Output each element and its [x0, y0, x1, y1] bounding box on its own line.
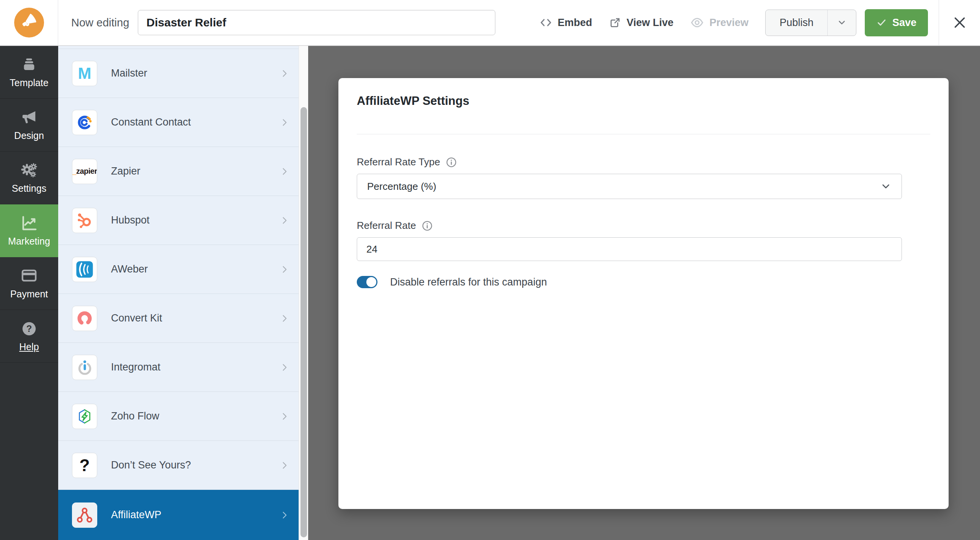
sidebar-item-label: Help — [19, 341, 39, 352]
eye-icon — [690, 16, 704, 29]
sidebar-item-payment[interactable]: Payment — [0, 257, 58, 310]
campaign-builder-app: Now editing Embed View Live Preview Publ… — [0, 0, 980, 540]
chevron-right-icon — [279, 313, 290, 324]
chevron-right-icon — [279, 68, 290, 79]
chevron-right-icon — [279, 166, 290, 177]
list-item-label: Integromat — [111, 361, 160, 373]
disable-referrals-label: Disable referrals for this campaign — [390, 276, 547, 288]
sidebar-filler — [0, 363, 58, 540]
list-item-label: Zapier — [111, 165, 140, 177]
preview-label: Preview — [709, 17, 748, 29]
chevron-right-icon — [279, 215, 290, 226]
preview-button[interactable]: Preview — [690, 16, 748, 29]
save-label: Save — [892, 17, 916, 29]
chevron-right-icon — [279, 460, 290, 471]
sidebar-item-marketing[interactable]: Marketing — [0, 204, 58, 257]
view-live-label: View Live — [627, 17, 674, 29]
close-button[interactable] — [939, 0, 980, 45]
publish-label: Publish — [779, 17, 813, 29]
topbar-actions: Embed View Live Preview Publish Save — [539, 0, 980, 45]
embed-button[interactable]: Embed — [539, 16, 592, 29]
sidebar-item-help[interactable]: ? Help — [0, 310, 58, 363]
list-item-zoho-flow[interactable]: Zoho Flow — [58, 392, 299, 440]
chart-icon — [20, 214, 38, 232]
marketing-integrations-list: M Mailster Constant Contact _zapier — [58, 46, 299, 540]
sidebar-item-label: Template — [10, 77, 48, 88]
svg-text:?: ? — [26, 323, 32, 334]
list-item-convert-kit[interactable]: Convert Kit — [58, 294, 299, 343]
panel-title: AffiliateWP Settings — [357, 93, 930, 109]
publish-split-button: Publish — [765, 10, 856, 36]
selected-option: Percentage (%) — [367, 181, 436, 193]
campaign-title-input[interactable] — [138, 10, 495, 35]
mailster-logo: M — [72, 61, 97, 86]
now-editing-label: Now editing — [71, 16, 129, 29]
app-logo — [0, 0, 58, 45]
list-item-constant-contact[interactable]: Constant Contact — [58, 98, 299, 147]
integromat-logo — [72, 355, 97, 380]
chevron-right-icon — [279, 411, 290, 422]
embed-label: Embed — [558, 17, 592, 29]
list-item-label: AWeber — [111, 263, 148, 275]
referral-rate-input[interactable] — [357, 237, 902, 261]
list-item-integromat[interactable]: Integromat — [58, 343, 299, 392]
publish-button[interactable]: Publish — [766, 10, 827, 36]
chevron-right-icon — [279, 264, 290, 275]
list-item-affiliatewp[interactable]: AffiliateWP — [58, 489, 299, 540]
credit-card-icon — [20, 267, 38, 285]
gears-icon — [20, 162, 38, 179]
list-item-label: Constant Contact — [111, 116, 191, 128]
chevron-right-icon — [279, 117, 290, 128]
list-scrollbar-thumb[interactable] — [301, 107, 307, 537]
chevron-right-icon — [279, 509, 290, 521]
info-icon[interactable] — [421, 220, 433, 232]
sidebar-item-label: Marketing — [8, 236, 50, 247]
list-item-hubspot[interactable]: Hubspot — [58, 196, 299, 245]
list-item-zapier[interactable]: _zapier Zapier — [58, 147, 299, 196]
list-item-label: Convert Kit — [111, 312, 162, 324]
chevron-down-icon — [880, 181, 892, 192]
close-icon — [952, 15, 967, 30]
info-icon[interactable] — [446, 157, 457, 168]
referral-rate-type-select[interactable]: Percentage (%) — [357, 174, 902, 199]
list-item-label: Zoho Flow — [111, 410, 159, 422]
affiliatewp-settings-panel: AffiliateWP Settings Referral Rate Type … — [338, 78, 949, 509]
code-brackets-icon — [539, 16, 552, 29]
constant-contact-logo — [72, 110, 97, 135]
panel-divider — [357, 134, 930, 134]
view-live-button[interactable]: View Live — [609, 16, 674, 29]
megaphone-icon — [20, 109, 38, 126]
list-item-label: AffiliateWP — [111, 509, 162, 521]
external-link-icon — [609, 16, 621, 29]
sidebar-item-template[interactable]: Template — [0, 46, 58, 99]
save-button[interactable]: Save — [865, 9, 928, 36]
referral-rate-label: Referral Rate — [357, 220, 416, 232]
publish-dropdown-button[interactable] — [827, 10, 856, 36]
sidebar-item-label: Design — [14, 130, 44, 141]
list-item-aweber[interactable]: AWeber — [58, 245, 299, 294]
sidebar-item-label: Settings — [12, 183, 46, 194]
zapier-logo: _zapier — [72, 159, 97, 184]
question-circle-icon: ? — [20, 320, 38, 338]
list-item-mailster[interactable]: M Mailster — [58, 49, 299, 98]
list-item-label: Mailster — [111, 67, 147, 79]
list-scrollbar-track[interactable] — [299, 46, 308, 540]
zoho-flow-logo — [72, 404, 97, 429]
chevron-right-icon — [279, 362, 290, 373]
top-bar: Now editing Embed View Live Preview Publ… — [0, 0, 980, 46]
builder-sidebar: Template Design Settings Marketing — [0, 46, 58, 540]
toggle-knob — [366, 277, 376, 287]
settings-canvas: AffiliateWP Settings Referral Rate Type … — [308, 46, 980, 540]
template-icon — [20, 56, 38, 73]
sidebar-item-design[interactable]: Design — [0, 99, 58, 152]
list-item-dont-see-yours[interactable]: ? Don’t See Yours? — [58, 440, 299, 489]
chevron-down-icon — [837, 18, 847, 28]
megaphone-logo-icon — [14, 8, 44, 38]
question-mark-logo: ? — [72, 453, 97, 478]
sidebar-item-label: Payment — [10, 289, 48, 300]
disable-referrals-toggle[interactable] — [357, 276, 377, 288]
hubspot-logo — [72, 208, 97, 233]
check-icon — [876, 17, 887, 28]
referral-rate-type-label: Referral Rate Type — [357, 156, 440, 168]
sidebar-item-settings[interactable]: Settings — [0, 152, 58, 204]
